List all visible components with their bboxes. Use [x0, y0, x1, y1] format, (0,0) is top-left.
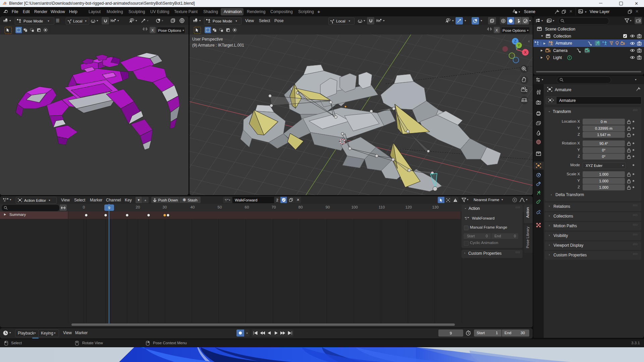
svg-text:Z: Z: [514, 39, 517, 43]
svg-text:Y: Y: [518, 43, 520, 47]
svg-text:X: X: [524, 50, 527, 54]
svg-text:‹: ‹: [528, 39, 530, 44]
svg-text:(9) Armature : IKTarget.L.001: (9) Armature : IKTarget.L.001: [192, 43, 244, 48]
svg-text:User Perspective: User Perspective: [192, 37, 223, 42]
